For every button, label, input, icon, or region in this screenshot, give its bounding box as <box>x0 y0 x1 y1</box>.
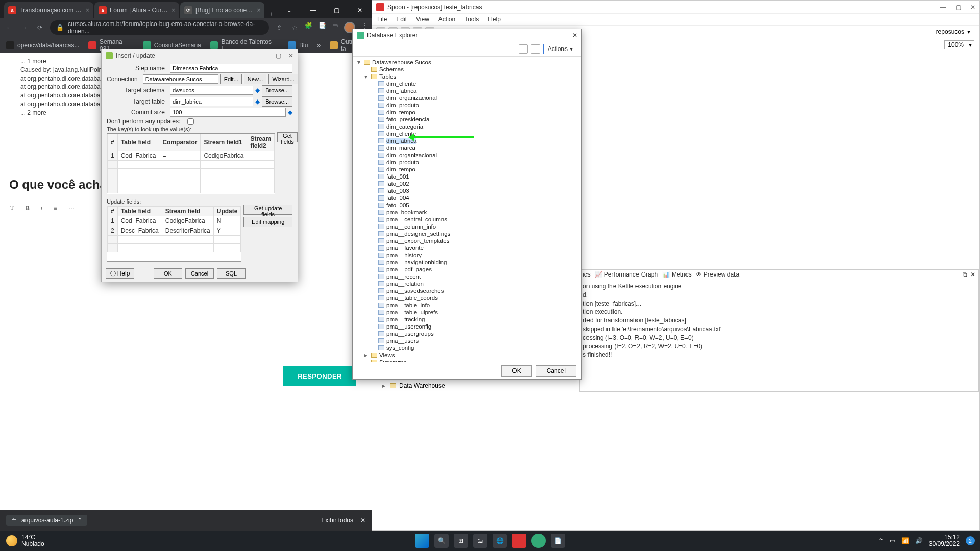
edit-button[interactable]: Edit... <box>220 74 242 84</box>
tree-node[interactable]: pma__history <box>356 252 578 259</box>
menu-edit[interactable]: Edit <box>396 16 407 23</box>
wifi-icon[interactable]: 📶 <box>901 537 909 544</box>
close-icon[interactable]: × <box>172 7 175 14</box>
menu-tools[interactable]: Tools <box>464 16 479 23</box>
chevron-down-icon[interactable]: ⌄ <box>278 2 301 18</box>
var-icon[interactable]: ◆ <box>255 87 260 94</box>
tree-node[interactable]: pma__table_uiprefs <box>356 309 578 316</box>
tree-node[interactable]: pma__relation <box>356 280 578 287</box>
menu-view[interactable]: View <box>416 16 429 23</box>
close-icon[interactable]: × <box>86 7 89 14</box>
tree-node[interactable]: ▾Tables <box>356 73 578 80</box>
tree-node[interactable]: dim_tempo <box>356 166 578 173</box>
download-chip[interactable]: 🗀 arquivos-aula-1.zip ⌃ <box>6 515 87 526</box>
var-icon[interactable]: ◆ <box>255 98 260 105</box>
responder-button[interactable]: RESPONDER <box>283 366 356 386</box>
tree-node[interactable]: pma__savedsearches <box>356 287 578 294</box>
close-icon[interactable]: ✕ <box>970 4 975 11</box>
tree-node[interactable]: dim_produto <box>356 159 578 166</box>
tree-node[interactable]: pma__table_coords <box>356 294 578 302</box>
address-bar[interactable]: 🔒 cursos.alura.com.br/forum/topico-bug-e… <box>50 20 269 35</box>
step-name-input[interactable] <box>170 64 292 73</box>
edit-mapping-button[interactable]: Edit mapping <box>243 217 292 227</box>
bookmark-item[interactable]: ConsultaSemana <box>143 41 201 49</box>
tree-node[interactable]: pma__usergroups <box>356 330 578 337</box>
reading-list-icon[interactable]: 📑 <box>318 22 326 33</box>
ok-button[interactable]: OK <box>154 268 182 279</box>
close-icon[interactable]: ✕ <box>572 32 577 39</box>
chrome-icon[interactable]: 🌐 <box>493 534 507 548</box>
tab-2[interactable]: aFórum | Alura - Cursos onli× <box>94 2 179 18</box>
explorer-icon[interactable]: 🗂 <box>473 534 487 548</box>
minimize-icon[interactable]: — <box>301 2 325 18</box>
search-icon[interactable]: 🔍 <box>434 534 449 548</box>
get-fields-button[interactable]: Get fields <box>277 132 298 142</box>
tree-node[interactable]: fato_003 <box>356 187 578 194</box>
tree-node[interactable]: pma__table_info <box>356 302 578 309</box>
tree-node[interactable]: pma_bookmark <box>356 209 578 216</box>
tree-node[interactable]: pma__designer_settings <box>356 230 578 237</box>
cancel-button[interactable]: Cancel <box>185 268 214 279</box>
tree-node[interactable]: fato_005 <box>356 202 578 209</box>
text-icon[interactable]: T <box>10 204 14 212</box>
tree-node[interactable]: dim_marca <box>356 144 578 152</box>
refresh-icon[interactable] <box>519 44 528 54</box>
tree-node[interactable]: pma__users <box>356 337 578 344</box>
taskview-icon[interactable]: ⊞ <box>454 534 468 548</box>
tree-node[interactable]: dim_tempo <box>356 109 578 116</box>
weather-widget[interactable]: 14°CNublado <box>0 534 44 547</box>
tree-node[interactable]: pma__userconfig <box>356 323 578 330</box>
show-all-link[interactable]: Exibir todos <box>321 517 353 524</box>
tree-node[interactable]: pma__favorite <box>356 244 578 252</box>
list-icon[interactable]: ≡ <box>54 205 57 212</box>
var-icon[interactable]: ◆ <box>288 109 292 116</box>
sql-button[interactable]: SQL <box>217 268 246 279</box>
wizard-button[interactable]: Wizard... <box>268 74 298 84</box>
panel-icon[interactable]: ▭ <box>332 22 338 33</box>
tree-node[interactable]: pma__tracking <box>356 316 578 323</box>
menu-action[interactable]: Action <box>438 16 455 23</box>
bold-icon[interactable]: B <box>25 205 30 212</box>
maximize-icon[interactable]: ▢ <box>955 4 961 11</box>
help-button[interactable]: ⓘ Help <box>106 268 134 279</box>
tab-performance-graph[interactable]: 📈 Performance Graph <box>595 271 658 278</box>
tree-node[interactable]: ▾Datawarehouse Sucos <box>356 59 578 66</box>
volume-icon[interactable]: 🔊 <box>915 537 923 544</box>
ok-button[interactable]: OK <box>501 365 531 377</box>
menu-file[interactable]: File <box>377 16 387 23</box>
app-icon[interactable] <box>531 534 546 548</box>
bookmark-item[interactable]: Blu <box>288 41 308 49</box>
new-button[interactable]: New... <box>244 74 267 84</box>
app-icon[interactable]: 📄 <box>551 534 565 548</box>
key-grid[interactable]: #Table fieldComparatorStream field1Strea… <box>107 134 275 193</box>
extensions-icon[interactable]: 🧩 <box>305 22 312 33</box>
tree-node[interactable]: pma__navigationhiding <box>356 259 578 266</box>
close-icon[interactable]: ✕ <box>348 2 372 18</box>
tree-node[interactable]: ▸Views <box>356 352 578 359</box>
close-icon[interactable]: ✕ <box>360 517 365 524</box>
minimize-icon[interactable]: — <box>940 4 946 11</box>
tree-node[interactable]: fato_001 <box>356 173 578 180</box>
tab-metrics[interactable]: 📊 Metrics <box>662 271 692 278</box>
get-update-fields-button[interactable]: Get update fields <box>243 205 292 215</box>
tab-step-metrics[interactable]: ics <box>583 271 591 278</box>
menu-help[interactable]: Help <box>488 16 501 23</box>
tab-1[interactable]: aTransformação com ETL: Pe× <box>4 2 93 18</box>
battery-icon[interactable]: ▭ <box>890 537 895 544</box>
zoom-select[interactable]: 100% ▾ <box>944 40 974 49</box>
italic-icon[interactable]: i <box>41 205 42 212</box>
notification-badge[interactable]: 2 <box>966 536 975 545</box>
browse-table-button[interactable]: Browse... <box>262 96 292 107</box>
clock[interactable]: 15:1230/09/2022 <box>929 534 960 547</box>
more-icon[interactable]: ⋯ <box>68 205 75 212</box>
close-icon[interactable]: ✕ <box>288 52 293 59</box>
commit-input[interactable] <box>170 108 286 117</box>
explorer-tree-peek[interactable]: ▸Data Warehouse <box>374 380 471 392</box>
back-icon[interactable]: ← <box>4 22 14 33</box>
tree-node[interactable]: pma__pdf_pages <box>356 266 578 273</box>
tab-preview-data[interactable]: 👁 Preview data <box>696 271 739 278</box>
tree-node[interactable]: dim_organizacional <box>356 152 578 159</box>
tree-node[interactable]: pma__recent <box>356 273 578 280</box>
share-icon[interactable]: ⇪ <box>274 22 284 33</box>
maximize-icon[interactable]: ▢ <box>325 2 348 18</box>
